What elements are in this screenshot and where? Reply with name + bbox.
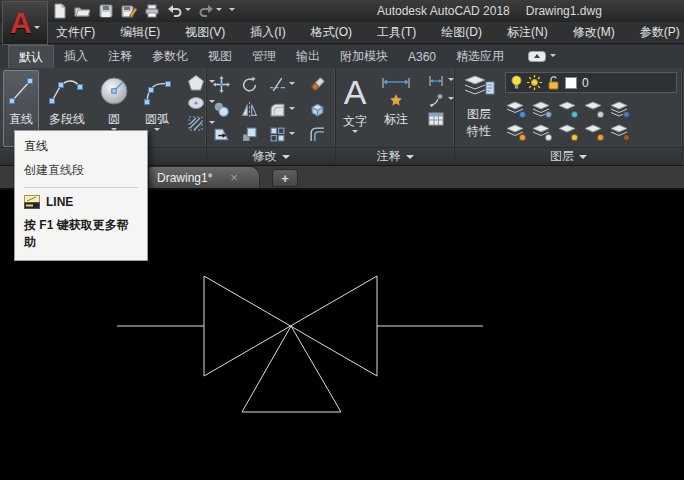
layer-on-button[interactable] <box>505 124 525 140</box>
layer-unlock-button[interactable] <box>583 124 603 140</box>
layer-unisolate-button[interactable] <box>531 124 551 140</box>
layer-color-swatch <box>565 77 577 89</box>
layer-thaw-button[interactable] <box>557 124 577 140</box>
menu-item-view[interactable]: 视图(V) <box>185 24 225 41</box>
trim-button[interactable] <box>269 76 309 93</box>
file-tab-drawing1[interactable]: Drawing1* × <box>148 166 260 188</box>
layer-make-current-button[interactable] <box>609 101 629 117</box>
linear-dimension-button[interactable] <box>428 74 454 88</box>
mirror-icon <box>241 101 258 118</box>
layer-match-button[interactable] <box>609 124 629 140</box>
new-file-button[interactable] <box>52 2 67 20</box>
layer-isolate-button[interactable] <box>531 101 551 117</box>
menu-item-file[interactable]: 文件(F) <box>56 24 95 41</box>
copy-button[interactable] <box>213 101 241 118</box>
panel-strip-modify[interactable]: 修改 <box>207 147 335 165</box>
save-button[interactable] <box>98 2 114 20</box>
trim-icon <box>269 76 286 93</box>
menu-item-tools[interactable]: 工具(T) <box>377 24 416 41</box>
menu-item-insert[interactable]: 插入(I) <box>250 24 285 41</box>
ribbon-tab-addins[interactable]: 附加模块 <box>330 45 398 68</box>
save-as-button[interactable] <box>121 2 137 20</box>
ribbon-minimize-dropdown-icon[interactable] <box>550 54 556 60</box>
new-tab-button[interactable]: + <box>272 169 298 187</box>
ribbon-tab-home[interactable]: 默认 <box>8 45 54 68</box>
layer-tools-grid <box>505 93 677 143</box>
polygon-icon <box>187 74 205 91</box>
text-button[interactable]: A 文字 <box>340 70 370 147</box>
leader-dropdown-icon[interactable] <box>448 97 454 103</box>
arc-button-label: 圆弧 <box>145 111 169 128</box>
layer-properties-label-1: 图层 <box>467 106 491 123</box>
ribbon-minimize-button[interactable] <box>528 45 556 68</box>
layer-off-button[interactable] <box>505 101 525 117</box>
app-menu-button[interactable]: A <box>2 1 48 45</box>
menu-item-dimension[interactable]: 标注(N) <box>507 24 548 41</box>
erase-button[interactable] <box>309 76 339 93</box>
layer-properties-icon <box>462 74 496 106</box>
menu-item-draw[interactable]: 绘图(D) <box>441 24 482 41</box>
ribbon-tab-featured-apps[interactable]: 精选应用 <box>446 45 514 68</box>
text-dropdown-icon[interactable] <box>352 130 358 136</box>
layer-select-dropdown[interactable]: 0 <box>505 72 677 93</box>
new-file-icon <box>52 3 67 19</box>
panel-strip-layers[interactable]: 图层 <box>455 147 682 165</box>
array-dropdown-icon[interactable] <box>289 132 295 138</box>
autocad-logo-icon: A <box>10 8 32 38</box>
text-button-label: 文字 <box>343 113 367 130</box>
layer-properties-button[interactable]: 图层 特性 <box>459 70 499 147</box>
ribbon-tab-a360[interactable]: A360 <box>398 45 446 68</box>
ribbon-tab-manage[interactable]: 管理 <box>242 45 286 68</box>
layers-panel-expand-icon[interactable] <box>579 155 587 163</box>
tooltip-command: LINE <box>46 195 73 209</box>
mirror-button[interactable] <box>241 101 269 118</box>
layer-freeze-button[interactable] <box>557 101 577 117</box>
line-command-icon <box>24 195 40 209</box>
move-button[interactable] <box>213 76 241 93</box>
panel-layers: 图层 特性 0 <box>455 68 683 165</box>
current-layer-name: 0 <box>582 76 589 90</box>
trim-dropdown-icon[interactable] <box>289 82 295 88</box>
modify-panel-expand-icon[interactable] <box>282 155 290 163</box>
arc-icon <box>140 74 174 108</box>
redo-dropdown-icon[interactable] <box>216 8 222 14</box>
linear-dimension-dropdown-icon[interactable] <box>448 78 454 84</box>
arc-dropdown-icon[interactable] <box>154 128 160 134</box>
plot-button[interactable] <box>144 2 160 20</box>
polyline-icon <box>46 74 88 108</box>
undo-button[interactable] <box>167 2 191 20</box>
menu-item-modify[interactable]: 修改(M) <box>573 24 615 41</box>
undo-dropdown-icon[interactable] <box>185 8 191 14</box>
fillet-dropdown-icon[interactable] <box>289 107 295 113</box>
layer-sun-icon <box>527 75 542 90</box>
menu-item-parametric[interactable]: 参数(P) <box>640 24 680 41</box>
annotation-panel-expand-icon[interactable] <box>406 155 414 163</box>
ribbon-tab-annotate[interactable]: 注释 <box>98 45 142 68</box>
stretch-button[interactable] <box>213 126 241 143</box>
menu-item-edit[interactable]: 编辑(E) <box>120 24 160 41</box>
scale-button[interactable] <box>241 126 269 143</box>
dimension-icon <box>379 74 413 108</box>
layer-lock-button[interactable] <box>583 101 603 117</box>
leader-button[interactable] <box>428 93 454 107</box>
close-tab-icon[interactable]: × <box>230 171 238 184</box>
dimension-button[interactable]: 标注 <box>376 70 416 147</box>
offset-button[interactable] <box>309 126 339 143</box>
ribbon-tab-output[interactable]: 输出 <box>286 45 330 68</box>
array-button[interactable] <box>269 126 309 143</box>
menu-item-format[interactable]: 格式(O) <box>311 24 352 41</box>
line-button-label: 直线 <box>9 111 33 128</box>
move-icon <box>213 76 230 93</box>
open-file-button[interactable] <box>74 2 91 20</box>
table-button[interactable] <box>428 112 454 126</box>
panel-strip-annotation[interactable]: 注释 <box>336 147 454 165</box>
ribbon-tab-insert[interactable]: 插入 <box>54 45 98 68</box>
explode-button[interactable] <box>309 101 339 118</box>
scale-icon <box>241 126 258 143</box>
redo-button[interactable] <box>198 2 222 20</box>
fillet-button[interactable] <box>269 101 309 118</box>
rotate-button[interactable] <box>241 76 269 93</box>
ribbon-tab-parametric[interactable]: 参数化 <box>142 45 198 68</box>
ribbon-tab-view[interactable]: 视图 <box>198 45 242 68</box>
qat-customize-button[interactable] <box>229 2 235 20</box>
